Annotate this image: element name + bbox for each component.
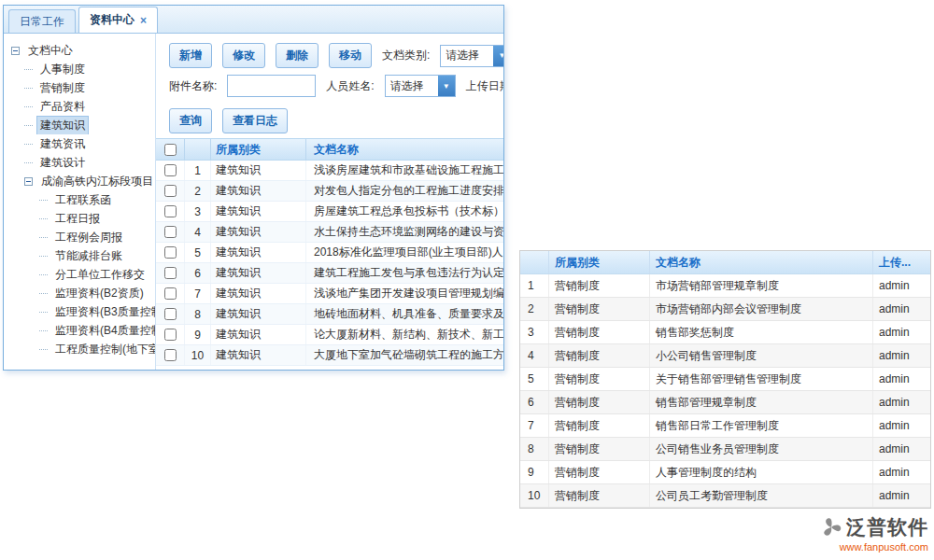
tab[interactable]: 日常工作: [8, 9, 76, 33]
tab[interactable]: 资料中心 ×: [78, 7, 158, 33]
table-row[interactable]: 2 建筑知识 对发包人指定分包的工程施工进度安排...: [156, 181, 503, 202]
row-doc-name: 销售部奖惩制度: [649, 321, 872, 343]
row-checkbox[interactable]: [164, 226, 177, 238]
row-doc-name: 论大厦新材料、新结构、新技术、新工...: [305, 325, 503, 344]
row-category: 营销制度: [548, 321, 649, 343]
tree-item[interactable]: 分工单位工作移交: [4, 265, 155, 284]
table-row[interactable]: 4 营销制度 小公司销售管理制度 admin: [520, 344, 930, 368]
add-button[interactable]: 新增: [169, 43, 212, 68]
attachment-name-input[interactable]: [227, 75, 316, 97]
delete-button[interactable]: 删除: [276, 43, 318, 68]
table-row[interactable]: 6 营销制度 销售部管理规章制度 admin: [520, 391, 930, 414]
table-row[interactable]: 5 建筑知识 2018标准化监理项目部(业主项目部)人员...: [156, 243, 503, 263]
row-uploader: admin: [872, 438, 930, 460]
row-index: 7: [184, 284, 210, 303]
row-index: 8: [184, 304, 210, 324]
marketing-documents-table: 所属别类 文档名称 上传... 1 营销制度 市场营销部管理规章制度 admin…: [519, 250, 931, 509]
row-index: 4: [184, 222, 210, 242]
row-uploader: admin: [872, 368, 930, 390]
tree-item[interactable]: 建筑设计: [4, 153, 155, 172]
table-row[interactable]: 5 营销制度 关于销售部管理销售管理制度 admin: [520, 368, 930, 391]
table-row[interactable]: 3 建筑知识 房屋建筑工程总承包投标书（技术标）...: [156, 202, 503, 222]
table-row[interactable]: 7 建筑知识 浅谈地产集团开发建设项目管理规划编...: [156, 284, 503, 304]
view-log-button[interactable]: 查看日志: [222, 108, 288, 133]
tree-item-label: 人事制度: [36, 60, 89, 78]
tree-item[interactable]: 节能减排台账: [4, 246, 155, 265]
table-row[interactable]: 4 建筑知识 水土保持生态环境监测网络的建设与资...: [156, 222, 503, 243]
person-name-value: 请选择: [386, 78, 438, 94]
tree-item[interactable]: 工程质量控制(地下室): [4, 340, 155, 358]
documents-table-header: 所属别类 文档名称: [156, 138, 503, 161]
row-category: 建筑知识: [210, 222, 305, 242]
fanpu-logo-icon: [819, 515, 843, 539]
attachment-name-label: 附件名称:: [169, 78, 217, 94]
tree-item[interactable]: 文档中心: [4, 41, 155, 60]
tree-item-label: 工程例会周报: [51, 228, 126, 246]
tree-item[interactable]: 监理资料(B3质量控制): [4, 302, 155, 321]
tree-item-label: 成渝高铁内江标段项目: [37, 172, 155, 190]
row-checkbox[interactable]: [164, 287, 177, 300]
tab-bar: 日常工作 资料中心 ×: [4, 6, 503, 34]
tree-item[interactable]: 工程例会周报: [4, 228, 155, 246]
row-checkbox[interactable]: [164, 308, 177, 320]
move-button[interactable]: 移动: [329, 43, 372, 68]
row-checkbox[interactable]: [164, 185, 177, 197]
tree-item[interactable]: 人事制度: [4, 60, 155, 78]
select-all-checkbox[interactable]: [164, 144, 177, 156]
tab-close-icon[interactable]: ×: [140, 15, 147, 26]
tree-item-label: 建筑知识: [36, 116, 89, 134]
row-checkbox[interactable]: [164, 246, 177, 259]
table-row[interactable]: 10 营销制度 公司员工考勤管理制度 admin: [520, 484, 930, 508]
table-body: 1 营销制度 市场营销部管理规章制度 admin 2 营销制度 市场营销部内部会…: [520, 274, 930, 508]
filter-row: 附件名称: 人员姓名: 请选择 ▼ 上传日期: [169, 75, 503, 97]
collapse-icon[interactable]: [11, 47, 20, 55]
row-doc-name: 销售部日常工作管理制度: [649, 414, 872, 437]
table-row[interactable]: 2 营销制度 市场营销部内部会议管理制度 admin: [520, 298, 930, 321]
row-doc-name: 房屋建筑工程总承包投标书（技术标）...: [305, 202, 503, 221]
row-checkbox[interactable]: [164, 349, 177, 361]
tree-item-label: 文档中心: [24, 41, 77, 60]
row-checkbox[interactable]: [164, 205, 177, 217]
table-row[interactable]: 1 营销制度 市场营销部管理规章制度 admin: [520, 274, 930, 298]
tab-label: 日常工作: [20, 14, 64, 30]
table-row[interactable]: 8 营销制度 公司销售业务员管理制度 admin: [520, 438, 930, 461]
tree-item[interactable]: 成渝高铁内江标段项目: [4, 172, 155, 190]
tree-item[interactable]: 营销制度: [4, 78, 155, 97]
row-category: 营销制度: [548, 391, 649, 413]
table-row[interactable]: 6 建筑知识 建筑工程施工发包与承包违法行为认定...: [156, 263, 503, 284]
row-category: 建筑知识: [210, 181, 305, 201]
doc-category-select[interactable]: 请选择 ▼: [440, 45, 503, 67]
query-button[interactable]: 查询: [169, 108, 212, 133]
table-row[interactable]: 9 建筑知识 论大厦新材料、新结构、新技术、新工...: [156, 325, 503, 345]
dropdown-arrow-icon[interactable]: ▼: [493, 46, 503, 66]
tree-item[interactable]: 建筑知识: [4, 116, 155, 134]
collapse-icon[interactable]: [24, 177, 33, 186]
dropdown-arrow-icon[interactable]: ▼: [438, 76, 455, 96]
row-category: 建筑知识: [210, 202, 305, 221]
row-doc-name: 大厦地下室加气砼墙砌筑工程的施工方...: [305, 345, 503, 365]
row-index: 9: [184, 325, 210, 344]
row-checkbox[interactable]: [164, 329, 177, 341]
tree-item[interactable]: 监理资料(B4质量控制): [4, 321, 155, 340]
edit-button[interactable]: 修改: [222, 43, 265, 68]
table-row[interactable]: 8 建筑知识 地砖地面材料、机具准备、质量要求及...: [156, 304, 503, 325]
person-name-select[interactable]: 请选择 ▼: [385, 75, 456, 97]
tree-item[interactable]: 工程联系函: [4, 190, 155, 209]
row-checkbox[interactable]: [164, 164, 177, 176]
table-row[interactable]: 3 营销制度 销售部奖惩制度 admin: [520, 321, 930, 344]
table-row[interactable]: 9 营销制度 人事管理制度的结构 admin: [520, 461, 930, 484]
tree-item[interactable]: 工程日报: [4, 209, 155, 228]
tree-item[interactable]: 监理资料(B2资质): [4, 284, 155, 302]
table-row[interactable]: 7 营销制度 销售部日常工作管理制度 admin: [520, 414, 930, 438]
row-doc-name: 浅谈房屋建筑和市政基础设施工程施工...: [305, 161, 503, 180]
tree-item[interactable]: 建筑资讯: [4, 134, 155, 153]
upload-date-label: 上传日期: [466, 78, 503, 94]
row-checkbox[interactable]: [164, 267, 177, 279]
table-header: 所属别类 文档名称 上传...: [520, 251, 930, 274]
tree-item-label: 监理资料(B2资质): [51, 284, 148, 302]
tree-item[interactable]: 产品资料: [4, 97, 155, 116]
row-category: 营销制度: [548, 274, 649, 297]
table-row[interactable]: 10 建筑知识 大厦地下室加气砼墙砌筑工程的施工方...: [156, 345, 503, 366]
table-row[interactable]: 1 建筑知识 浅谈房屋建筑和市政基础设施工程施工...: [156, 161, 503, 181]
row-index: 5: [184, 243, 210, 262]
